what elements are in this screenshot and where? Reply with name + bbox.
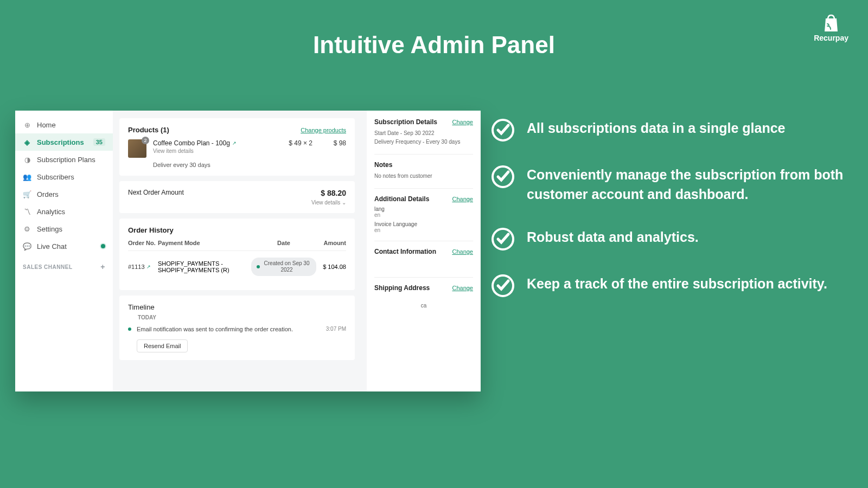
chat-icon: 💬 [23, 242, 31, 251]
order-link[interactable]: #1113↗ [128, 264, 151, 270]
table-row: #1113↗ SHOPIFY_PAYMENTS - SHOPIFY_PAYMEN… [128, 251, 346, 282]
sidebar-item-subscribers[interactable]: 👥Subscribers [15, 168, 113, 185]
col-orderno: Order No. [128, 240, 158, 246]
contact-title: Contact Information [374, 248, 436, 255]
detail-key: lang [374, 206, 473, 212]
next-order-label: Next Order Amount [128, 189, 184, 196]
sidebar-item-home[interactable]: ⊕Home [15, 116, 113, 133]
detail-key: Invoice Language [374, 221, 473, 227]
sidebar-item-label: Orders [37, 190, 59, 198]
sidebar-item-label: Subscriptions [37, 138, 84, 146]
external-link-icon: ↗ [232, 140, 237, 146]
contact-text [374, 259, 473, 269]
payment-mode: SHOPIFY_PAYMENTS - SHOPIFY_PAYMENTS (R) [158, 260, 251, 273]
count-badge: 35 [93, 138, 105, 146]
check-circle-icon [491, 274, 515, 298]
qty-badge: 2 [142, 137, 149, 144]
delivery-freq: Delivery Frequency - Every 30 days [374, 138, 473, 146]
order-amount: $ 104.08 [316, 264, 346, 270]
check-circle-icon [491, 165, 515, 189]
change-additional-link[interactable]: Change [452, 196, 473, 202]
sub-details-title: Subscription Details [374, 118, 437, 126]
products-card: Products (1) Change products 2 Coffee Co… [119, 118, 355, 176]
brand-logo: Recurpay [814, 13, 848, 42]
next-order-card: Next Order Amount $ 88.20 View details ⌄ [119, 181, 355, 213]
delivery-frequency: Deliver every 30 days [153, 162, 279, 168]
additional-title: Additional Details [374, 195, 429, 203]
gear-icon: ⚙ [23, 224, 31, 233]
order-history-card: Order History Order No. Payment Mode Dat… [119, 219, 355, 290]
sidebar-item-livechat[interactable]: 💬Live Chat [15, 237, 113, 255]
timeline-today: TODAY [138, 314, 346, 320]
sidebar-item-label: Subscribers [37, 173, 74, 181]
dashboard-panel: ⊕Home ◈Subscriptions35 ◑Subscription Pla… [15, 111, 481, 391]
timeline-dot-icon [128, 328, 131, 331]
layers-icon: ◈ [23, 138, 31, 146]
sidebar-item-label: Home [37, 121, 56, 129]
col-payment: Payment Mode [158, 240, 251, 246]
unit-price: $ 49 × 2 [285, 139, 312, 147]
product-thumbnail: 2 [128, 139, 146, 158]
tag-icon: ◑ [23, 155, 31, 164]
timeline-card: Timeline TODAY Email notification was se… [119, 296, 355, 360]
sidebar-item-subscriptions[interactable]: ◈Subscriptions35 [15, 133, 113, 151]
feature-list: All subscriptions data in a single glanc… [491, 118, 844, 320]
sidebar-section-header: SALES CHANNEL+ [15, 255, 113, 274]
col-amount: Amount [316, 240, 346, 246]
detail-sidebar: Subscription DetailsChange Start Date - … [367, 111, 481, 391]
brand-name: Recurpay [814, 34, 848, 42]
sidebar-item-label: Settings [37, 225, 62, 233]
check-circle-icon [491, 118, 515, 142]
feature-text: Conveniently manage the subscription fro… [527, 165, 844, 204]
main-content: Products (1) Change products 2 Coffee Co… [113, 111, 481, 391]
change-shipping-link[interactable]: Change [452, 285, 473, 291]
feature-text: Keep a track of the entire subscription … [527, 274, 827, 293]
feature-item: All subscriptions data in a single glanc… [491, 118, 844, 142]
add-channel-button[interactable]: + [100, 262, 105, 271]
feature-item: Keep a track of the entire subscription … [491, 274, 844, 298]
created-date-pill: Created on Sep 30 2022 [251, 258, 316, 276]
product-name[interactable]: Coffee Combo Plan - 100g↗ [153, 139, 237, 147]
col-date: Date [251, 240, 316, 246]
notes-text: No notes from customer [374, 172, 473, 181]
cart-icon: 🛒 [23, 190, 31, 198]
change-sub-link[interactable]: Change [452, 119, 473, 125]
feature-text: All subscriptions data in a single glanc… [527, 118, 786, 138]
sidebar-item-plans[interactable]: ◑Subscription Plans [15, 151, 113, 168]
feature-item: Conveniently manage the subscription fro… [491, 165, 844, 204]
view-details-link[interactable]: View details ⌄ [311, 200, 346, 206]
shopping-bag-icon [820, 13, 842, 33]
feature-text: Robust data and analytics. [527, 227, 699, 247]
sidebar-item-orders[interactable]: 🛒Orders [15, 185, 113, 203]
sidebar-item-settings[interactable]: ⚙Settings [15, 220, 113, 237]
shipping-title: Shipping Address [374, 284, 430, 292]
external-link-icon: ↗ [146, 264, 151, 269]
globe-icon: ⊕ [23, 120, 31, 129]
history-title: Order History [128, 226, 346, 234]
products-title: Products (1) [128, 126, 169, 134]
change-contact-link[interactable]: Change [452, 248, 473, 255]
status-dot [101, 244, 105, 248]
resend-email-button[interactable]: Resend Email [137, 339, 188, 352]
next-order-amount: $ 88.20 [311, 189, 346, 197]
detail-val: en [374, 212, 473, 218]
view-item-link[interactable]: View item details [153, 148, 279, 154]
users-icon: 👥 [23, 172, 31, 181]
sidebar-item-analytics[interactable]: 〽Analytics [15, 203, 113, 220]
check-circle-icon [491, 227, 515, 251]
notes-title: Notes [374, 161, 473, 169]
timeline-title: Timeline [128, 303, 346, 311]
sidebar: ⊕Home ◈Subscriptions35 ◑Subscription Pla… [15, 111, 113, 391]
line-total: $ 98 [319, 139, 346, 147]
change-products-link[interactable]: Change products [301, 127, 346, 133]
timeline-text: Email notification was sent to confirmin… [137, 326, 293, 332]
chart-icon: 〽 [23, 207, 31, 216]
shipping-text: ca [374, 301, 473, 310]
start-date: Start Date - Sep 30 2022 [374, 129, 473, 138]
sidebar-item-label: Live Chat [37, 242, 67, 251]
hero-title: Intuitive Admin Panel [0, 0, 868, 59]
sidebar-item-label: Analytics [37, 208, 65, 216]
feature-item: Robust data and analytics. [491, 227, 844, 251]
status-dot-icon [257, 265, 260, 268]
timeline-time: 3:07 PM [326, 325, 346, 352]
